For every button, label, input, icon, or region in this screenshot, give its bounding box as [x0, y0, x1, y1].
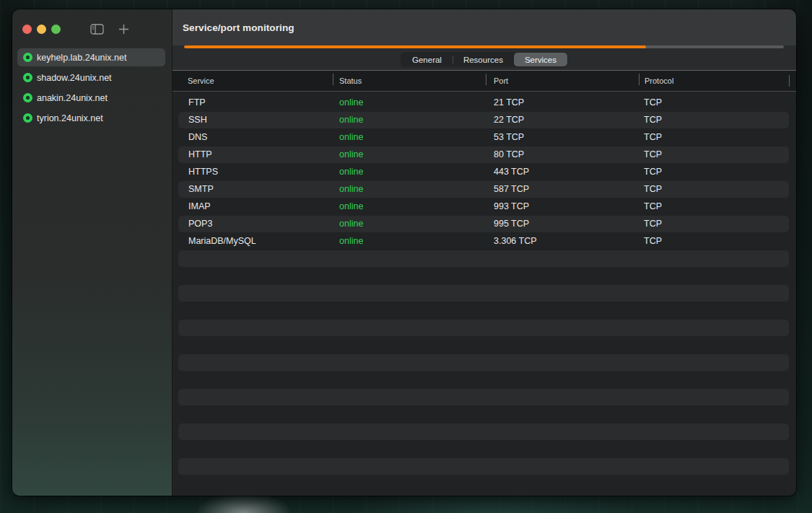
cell-service: HTTPS — [173, 167, 333, 177]
cell-protocol: TCP — [639, 236, 796, 246]
table-row[interactable]: HTTPS online 443 TCP TCP — [173, 163, 796, 180]
table-header: ServiceStatusPortProtocol — [173, 71, 796, 92]
add-server-button[interactable] — [118, 24, 129, 35]
table-row-empty — [173, 319, 796, 336]
table-row-empty — [173, 475, 796, 492]
cell-service: IMAP — [173, 201, 333, 211]
cell-protocol: TCP — [639, 115, 796, 125]
server-status-online-icon — [23, 93, 32, 102]
close-button[interactable] — [22, 25, 32, 34]
sidebar-server-item-2[interactable]: shadow.24unix.net — [17, 69, 165, 87]
table-row[interactable]: FTP online 21 TCP TCP — [173, 94, 796, 111]
cell-service: SSH — [173, 115, 333, 125]
zoom-button[interactable] — [51, 25, 61, 34]
cell-protocol: TCP — [639, 201, 796, 211]
cell-service: FTP — [173, 97, 333, 108]
table-row-empty — [173, 405, 796, 423]
cell-service: POP3 — [173, 219, 333, 229]
server-label: anakin.24unix.net — [37, 93, 108, 103]
column-header-protocol: Protocol — [639, 76, 796, 85]
cell-status: online — [333, 184, 486, 194]
table-row-empty — [173, 336, 796, 354]
table-row-empty — [173, 423, 796, 440]
table-body: FTP online 21 TCP TCP SSH online 22 TCP … — [173, 92, 796, 496]
cell-status: online — [333, 149, 486, 159]
cell-status: online — [333, 236, 486, 246]
server-status-online-icon — [23, 113, 32, 123]
cell-status: online — [333, 201, 486, 211]
sidebar-toggle-icon[interactable] — [90, 24, 104, 35]
progress-bar-fill — [184, 45, 646, 48]
page-title: Service/port monitoring — [183, 22, 294, 33]
cell-protocol: TCP — [639, 184, 796, 194]
cell-protocol: TCP — [639, 219, 796, 229]
server-label: tyrion.24unix.net — [37, 113, 103, 123]
table-row-empty — [173, 284, 796, 302]
tab-strip: GeneralResourcesServices — [173, 49, 796, 71]
cell-status: online — [333, 132, 486, 142]
cell-status: online — [333, 97, 486, 108]
table-row[interactable]: DNS online 53 TCP TCP — [173, 128, 796, 146]
cell-port: 22 TCP — [486, 115, 639, 125]
cell-service: HTTP — [173, 149, 333, 159]
table-row[interactable]: SMTP online 587 TCP TCP — [173, 180, 796, 198]
server-label: shadow.24unix.net — [37, 73, 112, 83]
table-row[interactable]: SSH online 22 TCP TCP — [173, 111, 796, 128]
sidebar-server-item-1[interactable]: keyhelp.lab.24unix.net — [17, 48, 165, 66]
table-row-empty — [173, 440, 796, 457]
cell-protocol: TCP — [639, 167, 796, 177]
server-list: keyhelp.lab.24unix.net shadow.24unix.net… — [12, 48, 172, 127]
table-row-empty — [173, 371, 796, 388]
column-header-port: Port — [486, 76, 639, 85]
cell-port: 995 TCP — [486, 219, 639, 229]
cell-status: online — [333, 167, 486, 177]
server-status-online-icon — [23, 53, 32, 62]
progress-bar — [184, 45, 784, 48]
table-row[interactable]: MariaDB/MySQL online 3.306 TCP TCP — [173, 232, 796, 250]
app-window: keyhelp.lab.24unix.net shadow.24unix.net… — [12, 9, 796, 496]
cell-status: online — [333, 219, 486, 229]
tab-resources[interactable]: Resources — [453, 53, 514, 66]
table-row-empty — [173, 354, 796, 371]
sidebar-server-item-3[interactable]: anakin.24unix.net — [17, 89, 165, 107]
column-header-status: Status — [333, 76, 486, 85]
table-row-empty — [173, 302, 796, 319]
cell-service: DNS — [173, 132, 333, 142]
sidebar: keyhelp.lab.24unix.net shadow.24unix.net… — [12, 9, 173, 496]
server-status-online-icon — [23, 73, 32, 82]
window-controls — [12, 9, 172, 48]
table-row[interactable]: IMAP online 993 TCP TCP — [173, 198, 796, 215]
server-label: keyhelp.lab.24unix.net — [37, 53, 126, 63]
cell-status: online — [333, 115, 486, 125]
tab-general[interactable]: General — [401, 53, 453, 66]
cell-service: SMTP — [173, 184, 333, 194]
table-row-empty — [173, 388, 796, 405]
content-pane: Service/port monitoring GeneralResources… — [173, 9, 796, 496]
content-titlebar: Service/port monitoring — [173, 9, 796, 45]
table-row-empty — [173, 457, 796, 475]
cell-protocol: TCP — [639, 97, 796, 108]
cell-protocol: TCP — [639, 132, 796, 142]
cell-port: 80 TCP — [486, 149, 639, 159]
cell-port: 53 TCP — [486, 132, 639, 142]
table-row-empty — [173, 267, 796, 284]
cell-service: MariaDB/MySQL — [173, 236, 333, 246]
cell-port: 587 TCP — [486, 184, 639, 194]
tab-services[interactable]: Services — [514, 53, 567, 66]
cell-port: 3.306 TCP — [486, 236, 639, 246]
cell-port: 993 TCP — [486, 201, 639, 211]
table-row-empty — [173, 250, 796, 267]
cell-port: 443 TCP — [486, 167, 639, 177]
table-row[interactable]: HTTP online 80 TCP TCP — [173, 146, 796, 163]
column-header-service: Service — [173, 76, 333, 85]
sidebar-server-item-4[interactable]: tyrion.24unix.net — [17, 109, 165, 127]
cell-port: 21 TCP — [486, 97, 639, 108]
table-row[interactable]: POP3 online 995 TCP TCP — [173, 215, 796, 232]
cell-protocol: TCP — [639, 149, 796, 159]
minimize-button[interactable] — [37, 25, 46, 34]
progress-area — [173, 45, 796, 49]
tab-bar: GeneralResourcesServices — [401, 52, 568, 67]
